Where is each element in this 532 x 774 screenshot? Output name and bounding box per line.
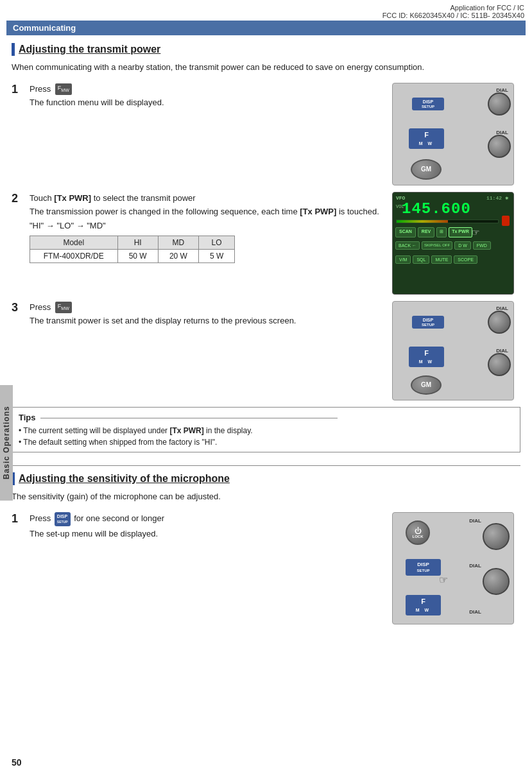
f-mw-btn2: FM W — [409, 347, 444, 367]
sql-btn: SQL — [413, 255, 429, 264]
signal-bar — [397, 220, 448, 223]
step3-text: 3 Press FMW The transmit power is set an… — [12, 301, 386, 334]
section-bar: Communicating — [6, 21, 526, 35]
step3-row: 3 Press FMW The transmit power is set an… — [12, 301, 520, 400]
txpwr-btn: Tx PWR — [449, 227, 472, 237]
section2-step1-num: 1 — [12, 512, 30, 526]
back-btn: BACK ← — [395, 241, 420, 250]
section2-heading: Adjusting the sensitivity of the microph… — [12, 472, 520, 485]
table-cell-hi: 50 W — [117, 249, 158, 262]
header-line1: Application for FCC / IC — [8, 4, 524, 12]
section2-step1-content: Press DISPSETUP for one second or longer… — [30, 512, 386, 540]
step2-num: 2 — [12, 192, 30, 205]
func-button-icon2: FMW — [55, 302, 72, 313]
scan-btn: SCAN — [395, 227, 416, 237]
step2-content: Touch [Tx PWR] to select the transmit po… — [30, 192, 386, 268]
dw-btn: D W — [454, 241, 471, 250]
power-table: Model HI MD LO FTM-400XDR/DE 50 W 20 W — [30, 236, 235, 263]
section2-step1-sub: The set-up menu will be displayed. — [30, 528, 386, 540]
table-cell-model: FTM-400XDR/DE — [30, 249, 118, 262]
dial-label-s2-mid: DIAL — [469, 563, 481, 569]
tips-item-0: The current setting will be displayed un… — [19, 425, 513, 436]
mute-btn: MUTE — [431, 255, 452, 264]
tips-list: The current setting will be displayed un… — [19, 425, 513, 448]
func-button-icon: FMW — [55, 83, 72, 94]
btn-row3: V/M SQL MUTE SCOPE — [395, 255, 477, 264]
sidebar-label: Basic Operations — [0, 385, 13, 501]
section1-intro: When communicating with a nearby station… — [12, 61, 520, 74]
signal-bar-area — [396, 219, 499, 223]
radio-device-image1: DIAL DISPSETUP FM W DIAL GM — [392, 83, 514, 185]
btn-row2: BACK ← SKIP/SEL OFF D W FWD — [395, 241, 491, 250]
step1-image: DIAL DISPSETUP FM W DIAL GM — [392, 83, 520, 185]
radio-device-image2: DIAL DISPSETUP FM W DIAL GM — [392, 301, 514, 400]
fwd-btn: FWD — [473, 241, 491, 250]
dial-label-s2-bot: DIAL — [469, 609, 481, 615]
section1-heading: Adjusting the transmit power — [12, 43, 520, 56]
step3-image: DIAL DISPSETUP FM W DIAL GM — [392, 301, 520, 400]
gm-btn: GM — [411, 159, 442, 180]
step1: 1 Press FMW The function menu will be di… — [12, 83, 386, 109]
table-cell-lo: 5 W — [199, 249, 235, 262]
tips-divider — [40, 418, 338, 418]
section-divider — [12, 465, 520, 466]
radio-device-image3: DIAL ⏻ LOCK DISPSETUP ☞ DIAL FM W DIAL — [392, 512, 514, 624]
section2-step1: 1 Press DISPSETUP for one second or long… — [12, 512, 386, 540]
step1-text: 1 Press FMW The function menu will be di… — [12, 83, 386, 116]
page-content: Adjusting the transmit power When commun… — [0, 43, 532, 624]
dial-knob-mid2 — [488, 353, 511, 376]
dial-knob-top — [488, 92, 511, 116]
table-header-model: Model — [30, 236, 118, 249]
txpwr-bold: [Tx PWR] — [169, 426, 203, 435]
step3-num: 3 — [12, 301, 30, 314]
tx-indicator — [502, 216, 510, 226]
f-mw-btn3: FM W — [406, 595, 441, 615]
header-line2: FCC ID: K6620345X40 / IC: 511B- 20345X40 — [8, 12, 524, 19]
step2-sub1: The transmission power is changed in the… — [30, 205, 386, 218]
table-row: FTM-400XDR/DE 50 W 20 W 5 W — [30, 249, 235, 262]
disp-setup-btn: DISPSETUP — [412, 98, 444, 110]
section2-step1-row: 1 Press DISPSETUP for one second or long… — [12, 512, 520, 624]
table-header-hi: HI — [117, 236, 158, 249]
table-header-md: MD — [158, 236, 198, 249]
table-header-lo: LO — [199, 236, 235, 249]
step3-sub: The transmit power is set and the displa… — [30, 314, 386, 327]
hand-cursor: ☞ — [472, 227, 480, 237]
skip-btn: SKIP/SEL OFF — [422, 241, 452, 250]
step2-seq: "HI" → "LO" → "MD" — [30, 221, 386, 230]
finger-icon: ☞ — [439, 574, 448, 586]
step1-sub: The function menu will be displayed. — [30, 96, 386, 109]
disp-setup-btn3: DISPSETUP — [406, 559, 441, 576]
step2-image: VFO VOL 11:42 ⁕ 145.600 SCAN REV — [392, 192, 520, 295]
table-cell-md: 20 W — [158, 249, 198, 262]
tips-box: Tips The current setting will be display… — [12, 407, 520, 453]
step1-main: Press FMW — [30, 83, 386, 96]
step3-main: Press FMW — [30, 301, 386, 314]
dial-knob-top2 — [488, 311, 511, 334]
btn-row1: SCAN REV ⊞ Tx PWR ☞ — [395, 227, 480, 237]
step3: 3 Press FMW The transmit power is set an… — [12, 301, 386, 327]
step2-text: 2 Touch [Tx PWR] to select the transmit … — [12, 192, 386, 275]
page-header: Application for FCC / IC FCC ID: K662034… — [0, 0, 532, 21]
tips-item-1: The default setting when shipped from th… — [19, 436, 513, 448]
section2-step1-text: 1 Press DISPSETUP for one second or long… — [12, 512, 386, 547]
section2-intro: The sensitivity (gain) of the microphone… — [12, 490, 520, 503]
disp-icon: DISPSETUP — [55, 512, 71, 526]
dial-label-s2-top: DIAL — [469, 518, 481, 524]
section2-step1-image: DIAL ⏻ LOCK DISPSETUP ☞ DIAL FM W DIAL — [392, 512, 520, 624]
dial-knob-s2-mid — [483, 568, 510, 595]
rev-btn: REV — [418, 227, 434, 237]
step2: 2 Touch [Tx PWR] to select the transmit … — [12, 192, 386, 268]
frequency-display: 145.600 — [402, 200, 471, 218]
dial-knob-s2-top — [483, 523, 510, 550]
grid-btn: ⊞ — [436, 227, 447, 237]
scope-btn: SCOPE — [454, 255, 477, 264]
step2-row: 2 Touch [Tx PWR] to select the transmit … — [12, 192, 520, 295]
step1-content: Press FMW The function menu will be disp… — [30, 83, 386, 109]
gm-btn2: GM — [411, 375, 442, 395]
section2-step1-main: Press DISPSETUP for one second or longer — [30, 512, 386, 526]
lock-btn: ⏻ LOCK — [406, 520, 430, 545]
step1-num: 1 — [12, 83, 30, 96]
disp-setup-btn2: DISPSETUP — [412, 316, 444, 329]
dial-knob-mid — [488, 135, 511, 158]
